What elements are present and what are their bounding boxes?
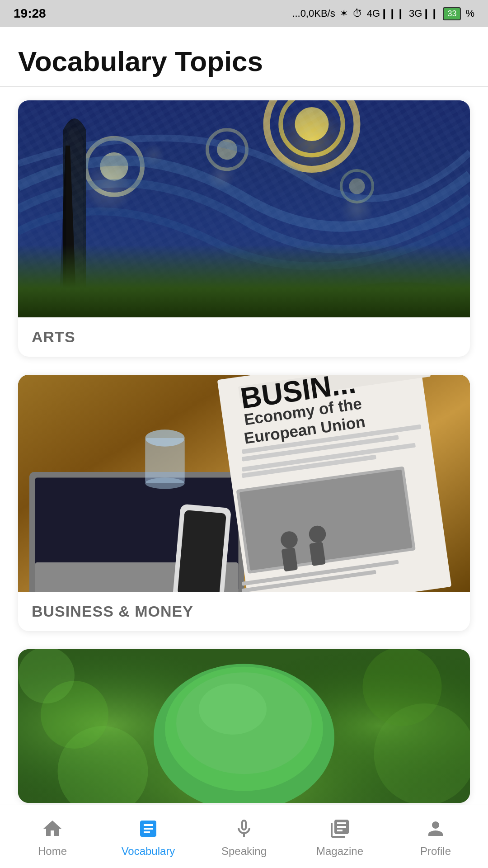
microphone-icon [231,816,257,841]
svg-rect-19 [178,510,226,592]
nav-item-speaking[interactable]: Speaking [196,816,292,858]
signal-4g-icon: 4G❙❙❙ [367,8,404,19]
svg-point-3 [295,107,329,141]
vocabulary-icon [136,816,161,841]
nav-item-home[interactable]: Home [5,816,100,858]
nav-item-profile[interactable]: Profile [388,816,483,858]
page-title: Vocabulary Topics [18,45,470,77]
topic-card-arts[interactable]: ARTS [18,100,470,357]
svg-rect-21 [145,438,185,483]
alarm-icon: ⏱ [352,8,362,19]
nature-topic-image [18,649,470,803]
status-icons: ...0,0KB/s ✶ ⏱ 4G❙❙❙ 3G❙❙ 33 % [292,7,474,20]
arts-label: ARTS [18,317,470,357]
svg-point-9 [349,179,365,194]
network-indicator: ...0,0KB/s [292,8,335,19]
status-time: 19:28 [14,6,46,21]
profile-icon [423,816,448,841]
page-header: Vocabulary Topics [0,27,488,87]
nav-item-magazine[interactable]: Magazine [292,816,388,858]
topic-card-business[interactable]: BUSIN... Economy of the European Union [18,375,470,631]
profile-nav-label: Profile [420,845,451,858]
svg-point-22 [145,478,185,489]
topics-list: ARTS [0,87,488,806]
status-bar: 19:28 ...0,0KB/s ✶ ⏱ 4G❙❙❙ 3G❙❙ 33 % [0,0,488,27]
business-label: BUSINESS & MONEY [18,592,470,631]
nav-item-vocabulary[interactable]: Vocabulary [100,816,196,858]
bluetooth-icon: ✶ [340,8,348,19]
svg-point-10 [289,283,470,318]
arts-svg-overlay [18,100,470,317]
bottom-navigation: Home Vocabulary Speaking Magazine [0,805,488,868]
vocabulary-nav-label: Vocabulary [122,845,175,858]
svg-rect-11 [18,299,470,317]
home-nav-label: Home [38,845,67,858]
arts-topic-image [18,100,470,317]
battery-percent: % [465,8,474,19]
svg-point-53 [199,684,267,735]
battery-icon: 33 [443,7,461,20]
signal-3g-icon: 3G❙❙ [409,8,438,19]
topic-card-environment[interactable] [18,649,470,803]
home-icon [40,816,65,841]
svg-point-48 [18,649,75,703]
nature-svg-overlay [18,649,470,803]
speaking-nav-label: Speaking [221,845,267,858]
magazine-nav-label: Magazine [316,845,363,858]
magazine-icon [327,816,352,841]
business-topic-image: BUSIN... Economy of the European Union [18,375,470,592]
business-svg-overlay: BUSIN... Economy of the European Union [18,375,470,592]
